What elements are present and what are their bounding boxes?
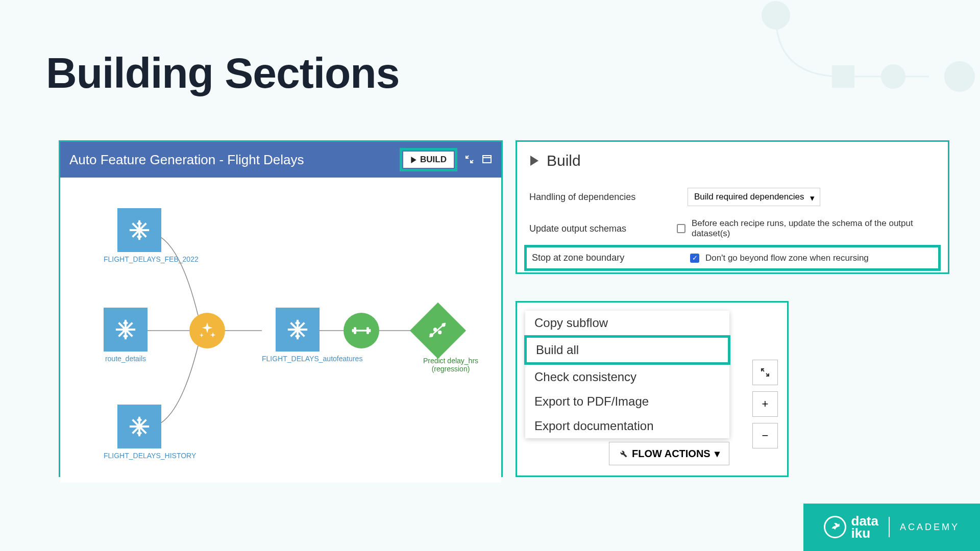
svg-point-3 bbox=[944, 61, 975, 92]
menu-item-export-pdf[interactable]: Export to PDF/Image bbox=[525, 389, 729, 414]
flow-canvas[interactable]: FLIGHT_DELAYS_FEB_2022 route_details FLI… bbox=[60, 178, 501, 483]
select-value: Build required dependencies bbox=[694, 192, 804, 202]
menu-item-copy-subflow[interactable]: Copy subflow bbox=[525, 311, 729, 335]
svg-rect-26 bbox=[369, 329, 371, 333]
menu-item-build-all[interactable]: Build all bbox=[524, 335, 730, 365]
build-button[interactable]: BUILD bbox=[403, 152, 454, 168]
build-button-highlight: BUILD bbox=[400, 148, 457, 171]
page-title: Building Sections bbox=[46, 48, 399, 98]
dependencies-select[interactable]: Build required dependencies ▾ bbox=[688, 188, 820, 206]
build-panel-header: Build bbox=[529, 152, 936, 169]
flow-actions-panel: Copy subflow Build all Check consistency… bbox=[516, 301, 789, 477]
option-label: Update output schemas bbox=[529, 223, 677, 234]
dataset-node-autofeatures[interactable]: FLIGHT_DELAYS_autofeatures bbox=[262, 308, 333, 363]
option-description: Before each recipe runs, update the sche… bbox=[692, 218, 936, 239]
node-label: route_details bbox=[104, 355, 148, 363]
play-icon bbox=[529, 156, 540, 166]
build-button-label: BUILD bbox=[420, 155, 447, 165]
wrench-icon bbox=[619, 449, 628, 458]
flow-title: Auto Feature Generation - Flight Delays bbox=[69, 152, 400, 168]
option-label: Stop at zone boundary bbox=[532, 253, 690, 263]
snowflake-icon bbox=[117, 405, 161, 448]
collapse-icon[interactable] bbox=[464, 152, 475, 168]
svg-point-0 bbox=[762, 1, 790, 30]
fullscreen-button[interactable] bbox=[752, 360, 778, 385]
flow-header: Auto Feature Generation - Flight Delays … bbox=[60, 142, 501, 178]
recipe-node-sparkle[interactable] bbox=[189, 313, 225, 348]
node-label: FLIGHT_DELAYS_autofeatures bbox=[262, 355, 333, 363]
snowflake-icon bbox=[117, 208, 161, 252]
option-row-stop-boundary-highlight: Stop at zone boundary ✓ Don't go beyond … bbox=[524, 245, 941, 271]
chevron-down-icon: ▾ bbox=[715, 447, 720, 460]
dataset-node-flight-delays-feb[interactable]: FLIGHT_DELAYS_FEB_2022 bbox=[104, 208, 175, 263]
build-options-panel: Build Handling of dependencies Build req… bbox=[516, 140, 949, 274]
option-row-update-schemas: Update output schemas Before each recipe… bbox=[529, 212, 936, 245]
flow-panel: Auto Feature Generation - Flight Delays … bbox=[59, 140, 503, 477]
brand-logo: data iku bbox=[824, 515, 878, 540]
stop-boundary-checkbox[interactable]: ✓ bbox=[690, 254, 699, 263]
play-icon bbox=[410, 157, 417, 163]
brand-academy-label: ACADEMY bbox=[900, 522, 960, 533]
recipe-node-ml[interactable] bbox=[344, 313, 379, 348]
brand-divider bbox=[889, 517, 890, 537]
dumbbell-icon bbox=[344, 313, 379, 348]
svg-rect-1 bbox=[832, 65, 854, 88]
menu-item-check-consistency[interactable]: Check consistency bbox=[525, 365, 729, 389]
update-schemas-checkbox[interactable] bbox=[677, 224, 685, 233]
node-label: FLIGHT_DELAYS_FEB_2022 bbox=[104, 255, 175, 263]
bird-icon bbox=[824, 516, 846, 538]
menu-item-export-doc[interactable]: Export documentation bbox=[525, 414, 729, 438]
zoom-controls: + − bbox=[752, 360, 778, 448]
plus-icon: + bbox=[762, 397, 769, 411]
node-label: FLIGHT_DELAYS_HISTORY bbox=[104, 452, 175, 460]
node-label: Predict delay_hrs (regression) bbox=[415, 357, 486, 373]
snowflake-icon bbox=[276, 308, 320, 352]
svg-rect-24 bbox=[356, 330, 366, 331]
option-label: Handling of dependencies bbox=[529, 192, 688, 203]
svg-point-2 bbox=[881, 64, 905, 89]
brand-name-line2: iku bbox=[851, 527, 878, 540]
zoom-out-button[interactable]: − bbox=[752, 423, 778, 448]
minus-icon: − bbox=[762, 429, 769, 442]
option-row-dependencies: Handling of dependencies Build required … bbox=[529, 182, 936, 212]
zoom-in-button[interactable]: + bbox=[752, 391, 778, 417]
chevron-down-icon: ▾ bbox=[810, 193, 815, 204]
svg-rect-22 bbox=[354, 327, 356, 334]
model-node-predict[interactable]: Predict delay_hrs (regression) bbox=[415, 308, 486, 373]
expand-icon bbox=[760, 367, 770, 378]
dataset-node-route-details[interactable]: route_details bbox=[104, 308, 148, 363]
svg-rect-25 bbox=[352, 329, 354, 333]
svg-point-29 bbox=[438, 331, 442, 334]
window-icon[interactable] bbox=[482, 152, 492, 168]
snowflake-icon bbox=[104, 308, 148, 352]
sparkle-icon bbox=[189, 313, 225, 348]
background-decoration bbox=[674, 0, 980, 102]
flow-actions-label: FLOW ACTIONS bbox=[632, 448, 710, 460]
option-description: Don't go beyond flow zone when recursing bbox=[705, 253, 869, 263]
scatter-icon bbox=[410, 303, 466, 359]
flow-actions-button[interactable]: FLOW ACTIONS ▾ bbox=[609, 442, 729, 465]
svg-rect-23 bbox=[366, 327, 369, 334]
svg-rect-4 bbox=[483, 156, 491, 163]
brand-footer: data iku ACADEMY bbox=[803, 504, 980, 551]
build-panel-heading: Build bbox=[547, 152, 581, 169]
svg-line-31 bbox=[430, 323, 446, 337]
context-menu: Copy subflow Build all Check consistency… bbox=[525, 311, 729, 438]
dataset-node-flight-delays-history[interactable]: FLIGHT_DELAYS_HISTORY bbox=[104, 405, 175, 460]
